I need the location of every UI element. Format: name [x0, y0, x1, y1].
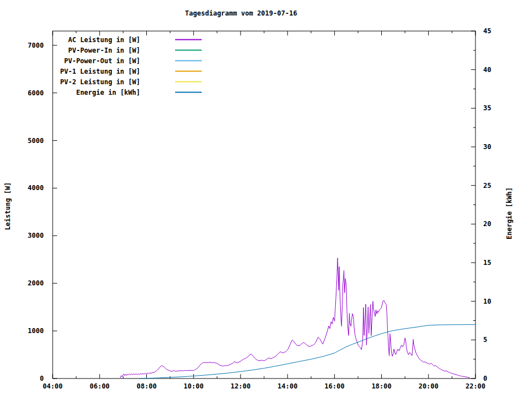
- y1-tick-label: 0: [40, 375, 44, 382]
- legend-label: PV-1 Leistung in [W]: [60, 68, 141, 75]
- y1-tick-label: 3000: [28, 232, 44, 239]
- gnuplot-chart-window: Tagesdiagramm vom 2019-07-16 Leistung [W…: [0, 0, 532, 399]
- x-tick-label: 04:00: [43, 382, 63, 390]
- x-tick-label: 14:00: [278, 382, 298, 390]
- x-tick-label: 08:00: [136, 382, 156, 390]
- y2-tick-label: 45: [483, 27, 491, 35]
- x-tick-label: 10:00: [183, 382, 203, 390]
- y2-tick-label: 5: [483, 336, 487, 344]
- y1-tick-label: 4000: [28, 184, 44, 192]
- y1-tick-label: 6000: [28, 89, 44, 97]
- x-tick-label: 12:00: [231, 382, 250, 390]
- y2-tick-label: 10: [483, 298, 491, 305]
- y2-tick-label: 35: [483, 104, 491, 112]
- y2-tick-label: 30: [483, 143, 491, 151]
- x-tick-label: 06:00: [90, 382, 110, 390]
- legend-label: PV-Power-Out in [W]: [64, 57, 140, 65]
- legend-label: Energie in [kWh]: [76, 89, 140, 96]
- legend-label: PV-Power-In in [W]: [68, 47, 140, 54]
- y2-tick-label: 0: [483, 375, 487, 382]
- y2-tick-label: 25: [483, 182, 491, 190]
- y2-tick-label: 40: [483, 66, 491, 74]
- x-tick-label: 16:00: [325, 382, 345, 390]
- legend-label: PV-2 Leistung in [W]: [60, 78, 141, 86]
- y1-tick-label: 7000: [28, 42, 44, 49]
- x-tick-label: 22:00: [466, 382, 485, 390]
- y1-tick-label: 5000: [28, 137, 44, 145]
- legend-label: AC Leistung in [W]: [68, 36, 140, 44]
- series-line-ac-leistung-in-w: [120, 258, 469, 378]
- y1-tick-label: 2000: [28, 279, 44, 287]
- x-tick-label: 20:00: [418, 382, 438, 390]
- x-tick-label: 18:00: [371, 382, 391, 390]
- plot-area: 04:0006:0008:0010:0012:0014:0016:0018:00…: [0, 0, 532, 399]
- y2-tick-label: 15: [483, 259, 491, 267]
- y2-tick-label: 20: [483, 220, 491, 228]
- y1-tick-label: 1000: [28, 327, 44, 335]
